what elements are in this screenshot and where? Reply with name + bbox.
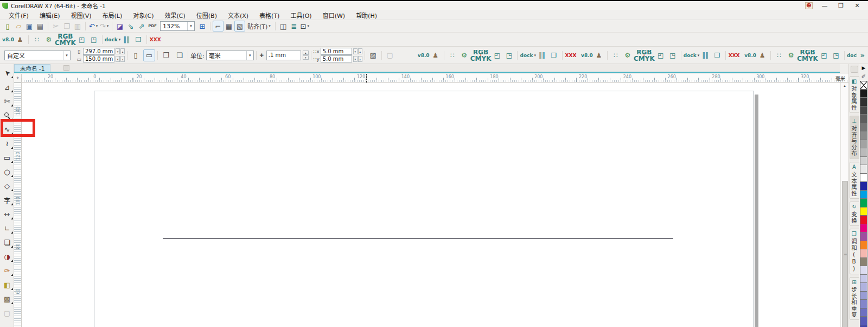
restore-button[interactable]: ❐ [837, 2, 845, 9]
menu-item-3[interactable]: 布局(L) [97, 10, 128, 20]
palette-flyout-arrow-icon[interactable]: ▶ [859, 64, 868, 72]
current-page-button[interactable]: ❒ [160, 49, 172, 61]
swatch-f4b8b0[interactable] [860, 249, 867, 258]
macro-align-icon[interactable]: ∷ [446, 50, 458, 61]
menu-item-2[interactable]: 视图(V) [65, 10, 97, 20]
docker-tab-blend[interactable]: ❒调和(B) [850, 229, 859, 274]
snap-to-button[interactable]: 贴齐(T) [245, 21, 273, 32]
macro-version-label[interactable]: v8.0 [581, 50, 593, 61]
duplicate-y-input[interactable]: 5.0 mm [321, 55, 352, 62]
undo-icon[interactable]: ↶ [88, 21, 99, 32]
macro-version-label[interactable]: v8.0 [744, 50, 756, 61]
macro-xxx-icon[interactable]: XXX [149, 34, 161, 45]
macro-barcode-icon[interactable]: ‖‖ [699, 50, 711, 61]
swatch-6d70c0[interactable] [860, 309, 867, 317]
macro-gears-icon[interactable]: ⚙ [622, 50, 634, 61]
menu-item-0[interactable]: 文件(F) [3, 10, 34, 20]
treat-as-filled-button[interactable]: ▨ [367, 49, 379, 61]
units-combo[interactable]: 毫米 ▾ [206, 51, 254, 60]
account-icon[interactable]: ☻ [805, 2, 813, 9]
macro-run-icon[interactable]: ♟ [14, 34, 26, 45]
docker-tab-step-repeat[interactable]: ⊞步长和重复 [850, 277, 859, 320]
macro-frame-a-icon[interactable]: ◰ [491, 50, 503, 61]
polygon-tool[interactable]: ◇ [0, 179, 14, 192]
options-icon[interactable]: ◫ [278, 21, 289, 32]
swatch-999cd4[interactable] [860, 292, 867, 300]
docker-quick-customize-button[interactable] [851, 66, 858, 73]
menu-item-5[interactable]: 效果(C) [159, 10, 191, 20]
publish-pdf-icon[interactable]: PDF [147, 21, 158, 32]
smart-fill-tool[interactable]: ▩ [0, 292, 14, 305]
macro-xxx-icon[interactable]: XXX [565, 50, 577, 61]
macro-align-icon[interactable]: ∷ [610, 50, 622, 61]
swatch-2026a0[interactable] [860, 182, 867, 191]
macro-rgb-cmyk-icon[interactable]: RGB↓CMYK [634, 50, 655, 61]
menu-item-7[interactable]: 文本(X) [222, 10, 254, 20]
page-height-spinner[interactable]: ▾▴ [116, 56, 125, 62]
macro-version-label[interactable]: v8.0 [2, 34, 14, 45]
view-settings-icon[interactable]: ≣ [289, 21, 299, 32]
shape-tool[interactable]: ⊿ [0, 80, 14, 93]
menu-item-11[interactable]: 帮助(H) [350, 10, 382, 20]
duplicate-x-spinner[interactable]: ▾▴ [353, 48, 362, 54]
pick-tool[interactable]: ➤ [0, 66, 14, 79]
macro-barcode-icon[interactable]: ‖‖ [120, 34, 132, 45]
swatch-d1d1d1[interactable] [860, 157, 867, 166]
text-tool[interactable]: 字 [0, 193, 14, 206]
docker-tab-text-properties[interactable]: A文本属性 [850, 162, 859, 199]
open-icon[interactable]: ▱ [13, 21, 24, 32]
chevron-down-icon[interactable]: ▾ [246, 51, 253, 60]
transparency-tool[interactable]: ◑ [0, 250, 14, 263]
macro-run-icon[interactable]: ♟ [756, 50, 768, 61]
macro-frame-a-icon[interactable]: ◰ [818, 50, 830, 61]
menu-item-1[interactable]: 编辑(E) [34, 10, 66, 20]
interactive-fill-tool[interactable]: ◧ [0, 278, 14, 291]
macro-frame-a-icon[interactable]: ◰ [76, 34, 88, 45]
menu-item-8[interactable]: 表格(T) [254, 10, 285, 20]
nudge-spinner[interactable]: ▴▾ [303, 51, 309, 60]
swatch-e8e8e8[interactable] [860, 165, 867, 174]
macro-xxx-icon[interactable]: XXX [728, 50, 740, 61]
swatch-00a551[interactable] [860, 199, 867, 207]
swatch-8c8c8c[interactable] [860, 131, 867, 140]
print-icon[interactable]: ▤ [35, 21, 46, 32]
swatch-8a8272[interactable] [860, 258, 867, 267]
docker-tab-transform[interactable]: ↻变换 [850, 202, 859, 226]
document-tab[interactable]: 未命名 -1 [14, 64, 50, 72]
macro-gears-icon[interactable]: ⚙ [43, 34, 55, 45]
swatch-ffffff[interactable] [860, 174, 867, 183]
swatch-b0b2de[interactable] [860, 283, 867, 292]
vertical-scrollbar[interactable]: ▴ [840, 83, 848, 327]
new-document-icon[interactable]: ▯ [2, 21, 13, 32]
page-width-input[interactable]: 297.0 mm [83, 48, 114, 55]
macro-rgb-cmyk-icon[interactable]: RGB↓CMYK [470, 50, 492, 61]
portrait-button[interactable]: ▯ [130, 49, 142, 61]
swatch-bababa[interactable] [860, 148, 867, 157]
macro-frame-b-icon[interactable]: ◳ [667, 50, 679, 61]
rectangle-tool[interactable]: ▭ [0, 151, 14, 164]
page[interactable] [94, 91, 754, 327]
swatch-757575[interactable] [860, 123, 867, 132]
swatch-00a0e3[interactable] [860, 191, 867, 199]
swatch-303030[interactable] [860, 98, 867, 106]
menu-item-9[interactable]: 工具(O) [285, 10, 317, 20]
color-eyedropper-tool[interactable]: ✑ [0, 264, 14, 277]
connector-tool[interactable]: ∟ [0, 222, 14, 235]
scroll-up-icon[interactable]: ▴ [841, 83, 848, 90]
docker-tab-align-distribute[interactable]: ⊥对齐与分布 [850, 116, 859, 159]
page-preset-combo[interactable]: 自定义 ▾ [4, 51, 71, 60]
page-height-input[interactable]: 150.0 mm [83, 55, 114, 62]
duplicate-x-input[interactable]: 5.0 mm [321, 48, 352, 55]
drawn-line[interactable] [163, 238, 673, 239]
show-grid-icon[interactable]: ▦ [224, 21, 234, 32]
macro-run-icon[interactable]: ♟ [593, 50, 605, 61]
all-pages-button[interactable]: ❑ [174, 49, 186, 61]
macro-gears-icon[interactable]: ⚙ [458, 50, 470, 61]
palette-eyedropper-icon[interactable]: ✐ [859, 72, 868, 81]
macro-align-icon[interactable]: ∷ [773, 50, 785, 61]
dimension-tool[interactable]: ↔ [0, 207, 14, 221]
full-screen-preview-icon[interactable]: ⊞ [197, 21, 208, 32]
swatch-9e4ea0[interactable] [860, 232, 867, 241]
swatch-fff200[interactable] [860, 207, 867, 216]
docker-tab-object-properties[interactable]: ◧对象属性 [850, 76, 859, 113]
